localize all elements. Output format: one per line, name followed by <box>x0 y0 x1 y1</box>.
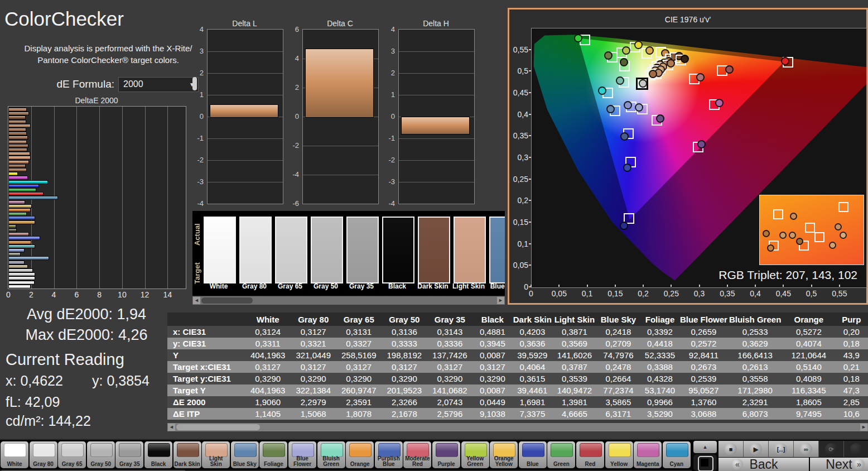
toolbar-patch-foliage[interactable]: Foliage <box>259 441 287 468</box>
toolbar-patch-orange[interactable]: Orange <box>346 441 374 468</box>
toolbar-patch-yellow-green[interactable]: Yellow Green <box>461 441 489 468</box>
toolbar-patch-red[interactable]: Red <box>576 441 604 468</box>
delta-chart-title: Delta H <box>398 19 474 28</box>
x-tick-mark <box>587 285 588 287</box>
toolbar-patch-purple[interactable]: Purple <box>432 441 460 468</box>
toolbar-patch-blue-sky[interactable]: Blue Sky <box>231 441 259 468</box>
delta-chart-title: Delta L <box>207 19 282 28</box>
toolbar-patch-blue[interactable]: Blue <box>519 441 547 468</box>
toolbar-patch-gray-80[interactable]: Gray 80 <box>30 441 57 468</box>
column-header: Purp <box>835 313 868 326</box>
y-tick-label: 0,2 <box>509 196 528 205</box>
deltae-bar <box>8 140 27 144</box>
toolbar-patch-cyan[interactable]: Cyan <box>663 441 691 468</box>
y-tick-mark <box>529 49 531 50</box>
scroll-left-icon[interactable]: ◄ <box>168 424 175 431</box>
deltae-bar <box>8 248 25 252</box>
avg-de2000: Avg dE2000: 1,94 <box>3 306 170 323</box>
play-button[interactable]: ▶ <box>744 441 769 457</box>
bottom-toolbar: WhiteGray 80Gray 65Gray 50Gray 35BlackDa… <box>0 439 868 471</box>
gridline <box>145 107 146 289</box>
table-cell: 0,4203 <box>513 326 553 338</box>
toolbar-patch-yellow[interactable]: Yellow <box>605 441 633 468</box>
toolbar-patch-white[interactable]: White <box>1 441 28 468</box>
table-cell: 53,1740 <box>640 385 680 396</box>
toolbar-patch-purplish-blue[interactable]: Purplish Blue <box>375 441 403 468</box>
patch-label: Purplish Blue <box>375 456 402 467</box>
toolbar-patch-gray-35[interactable]: Gray 35 <box>115 441 143 468</box>
column-header: Orange <box>783 313 835 326</box>
table-cell: 201,9523 <box>382 385 427 396</box>
deltae-bar <box>8 172 18 176</box>
y-tick-label: -1 <box>188 134 204 142</box>
measured-point <box>649 70 657 78</box>
table-cell: 0,2539 <box>680 373 727 385</box>
toolbar-patch-blue-flower[interactable]: Blue Flower <box>288 441 316 468</box>
inset-measured-point <box>789 232 796 239</box>
chevron-left-icon: « <box>732 459 743 470</box>
patch-label: Blue Sky <box>232 462 258 467</box>
description: Display analysis is performed with the X… <box>16 42 201 66</box>
patch-label: Blue Flower <box>289 456 316 467</box>
table-scrollbar[interactable]: ◄ ► <box>167 423 868 431</box>
deltae-bar <box>8 112 29 116</box>
deltae-bar <box>8 220 35 224</box>
de-formula-dropdown[interactable]: 2000 ▼ <box>118 77 199 92</box>
scroll-right-icon[interactable]: ► <box>860 424 867 431</box>
column-header: Foliage <box>640 313 680 326</box>
y-tick-label: 2 <box>283 83 299 92</box>
gridline <box>122 107 123 289</box>
x-tick-label: 14 <box>159 290 176 299</box>
x-tick-mark <box>531 285 532 287</box>
pattern-window-button[interactable] <box>693 454 717 471</box>
toolbar-patch-gray-65[interactable]: Gray 65 <box>58 441 86 468</box>
toolbar-patch-black[interactable]: Black <box>144 441 172 468</box>
refresh-button[interactable]: ⟳ <box>819 441 844 457</box>
deltae-bar <box>8 192 44 196</box>
measured-point <box>656 114 664 123</box>
column-header: Gray 50 <box>382 313 427 326</box>
back-button[interactable]: « Back <box>718 458 809 471</box>
table-cell: 137,7426 <box>427 349 473 361</box>
patch-strip: Actual Target WhiteGray 80Gray 65Gray 50… <box>192 211 505 296</box>
table-cell: 1,9060 <box>245 396 291 408</box>
toolbar-patch-orange-yellow[interactable]: Orange Yellow <box>490 441 518 468</box>
colorchecker-app: ColorChecker Display analysis is perform… <box>0 0 868 471</box>
scrollbar-thumb[interactable] <box>176 424 260 430</box>
deltae-bar <box>8 180 48 184</box>
x-tick-label: 0,1 <box>575 289 600 298</box>
y-tick-label: 4 <box>283 54 299 63</box>
table-cell: 0,3311 <box>245 338 291 349</box>
toolbar-patch-bluish-green[interactable]: Bluish Green <box>317 441 345 468</box>
y-tick-mark <box>529 243 531 244</box>
left-scroll-thumb[interactable] <box>192 77 197 90</box>
scrollbar-thumb[interactable] <box>201 297 253 304</box>
toolbar-patch-moderate-red[interactable]: Moderate Red <box>403 441 431 468</box>
toolbar-patch-magenta[interactable]: Magenta <box>634 441 662 468</box>
toolbar-patch-gray-50[interactable]: Gray 50 <box>87 441 115 468</box>
infinity-button[interactable]: ∞ <box>794 441 819 457</box>
stop-button[interactable]: ■ <box>718 441 744 457</box>
gridline <box>303 175 378 175</box>
table-row: Target y:CIE310,32900,32900,32900,32900,… <box>167 373 868 385</box>
blank-button[interactable] <box>844 441 868 457</box>
collapse-up-button[interactable]: ▲ <box>693 441 717 453</box>
patch-label: Bluish Green <box>318 456 345 467</box>
loop-button[interactable]: [‥] <box>769 441 794 457</box>
table-cell: 4,6665 <box>552 408 597 420</box>
scroll-left-icon[interactable]: ◄ <box>193 297 200 304</box>
patch-strip-scrollbar[interactable]: ◄ ► <box>192 296 505 305</box>
next-button[interactable]: Next » <box>810 458 868 471</box>
patch-label: Yellow <box>606 462 633 467</box>
toolbar-patch-light-skin[interactable]: Light Skin <box>202 441 230 468</box>
table-cell: 166,6413 <box>727 349 783 361</box>
scroll-right-icon[interactable]: ► <box>497 297 504 304</box>
inset-measured-point <box>763 230 770 237</box>
toolbar-patch-green[interactable]: Green <box>547 441 575 468</box>
table-row: Y404,1963321,0449258,5169198,8192137,742… <box>167 349 868 361</box>
toolbar-patch-dark-skin[interactable]: Dark Skin <box>173 441 201 468</box>
y-tick-label: 4 <box>188 25 204 33</box>
gridline <box>208 51 283 52</box>
y-tick-mark <box>529 157 531 158</box>
table-row: x: CIE310,31240,31270,31310,31360,31430,… <box>167 326 868 338</box>
